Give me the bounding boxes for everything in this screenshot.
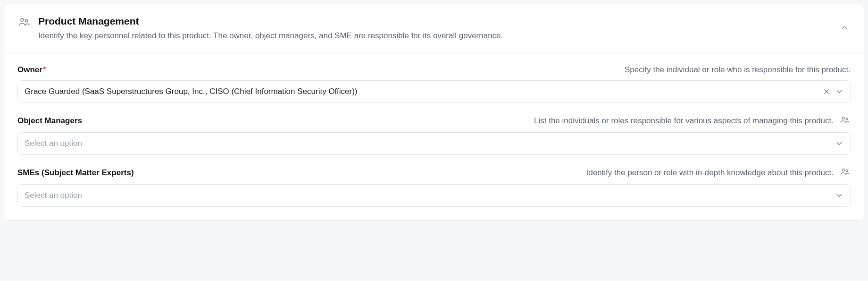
smes-field: SMEs (Subject Matter Experts) Identify t… [17,167,851,207]
required-indicator: * [43,65,46,74]
svg-point-6 [842,169,844,171]
people-group-icon [839,167,851,179]
owner-clear-button[interactable] [823,88,830,95]
smes-select-actions [835,191,843,200]
object-managers-dropdown-toggle[interactable] [835,139,843,148]
smes-label: SMEs (Subject Matter Experts) [17,168,134,178]
svg-point-7 [846,170,848,171]
owner-field: Owner* Specify the individual or role wh… [17,65,851,103]
owner-label-text: Owner [17,65,42,74]
product-management-panel: Product Management Identify the key pers… [4,4,864,221]
object-managers-field: Object Managers List the individuals or … [17,115,851,155]
smes-select[interactable]: Select an option [17,184,851,207]
owner-field-header: Owner* Specify the individual or role wh… [17,65,851,75]
owner-select-value: Grace Guarded (SaaS Superstructures Grou… [25,87,823,96]
object-managers-label: Object Managers [17,116,82,126]
object-managers-help: List the individuals or roles responsibl… [534,116,834,126]
people-group-icon [839,115,851,127]
people-group-icon [17,17,31,30]
smes-help-wrap: Identify the person or role with in-dept… [586,167,851,179]
svg-point-1 [25,20,28,22]
owner-select-actions [823,87,843,96]
owner-select[interactable]: Grace Guarded (SaaS Superstructures Grou… [17,80,851,103]
object-managers-help-wrap: List the individuals or roles responsibl… [534,115,851,127]
owner-dropdown-toggle[interactable] [835,87,843,96]
owner-label: Owner* [17,65,46,75]
object-managers-field-header: Object Managers List the individuals or … [17,115,851,127]
owner-help-wrap: Specify the individual or role who is re… [625,65,851,75]
chevron-down-icon [835,139,843,148]
close-icon [823,88,830,95]
smes-dropdown-toggle[interactable] [835,191,843,200]
svg-point-4 [842,117,844,119]
panel-description: Identify the key personnel related to th… [38,30,838,42]
chevron-down-icon [835,87,843,96]
smes-field-header: SMEs (Subject Matter Experts) Identify t… [17,167,851,179]
panel-header: Product Management Identify the key pers… [4,4,864,53]
chevron-down-icon [835,191,843,200]
smes-help: Identify the person or role with in-dept… [586,168,834,178]
panel-header-text: Product Management Identify the key pers… [38,16,838,42]
svg-point-5 [846,118,848,119]
object-managers-select[interactable]: Select an option [17,132,851,155]
panel-title: Product Management [38,16,838,27]
object-managers-placeholder: Select an option [25,139,835,148]
collapse-toggle[interactable] [838,21,851,35]
smes-placeholder: Select an option [25,191,835,200]
svg-point-0 [21,18,24,21]
owner-help: Specify the individual or role who is re… [625,65,851,75]
panel-body: Owner* Specify the individual or role wh… [4,53,864,220]
chevron-up-icon [840,23,849,32]
object-managers-select-actions [835,139,843,148]
